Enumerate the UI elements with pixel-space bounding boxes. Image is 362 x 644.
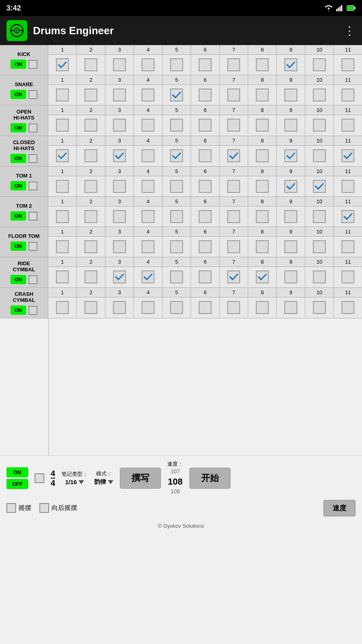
checkbox-kick-4[interactable] bbox=[142, 58, 154, 71]
cell-crash-cymbal-8[interactable] bbox=[248, 297, 277, 318]
cell-tom2-7[interactable] bbox=[220, 206, 248, 227]
cell-ride-cymbal-10[interactable] bbox=[305, 267, 334, 287]
cell-kick-4[interactable] bbox=[134, 55, 162, 75]
cell-floor-tom-8[interactable] bbox=[248, 237, 277, 257]
checkbox-closed-hi-hats-10[interactable] bbox=[313, 149, 326, 162]
checkbox-tom1-11[interactable] bbox=[341, 180, 354, 193]
checkbox-open-hi-hats-7[interactable] bbox=[227, 119, 240, 132]
cell-tom1-5[interactable] bbox=[162, 176, 191, 196]
checkbox-open-hi-hats-4[interactable] bbox=[142, 119, 154, 132]
checkbox-ride-cymbal-5[interactable] bbox=[170, 270, 183, 283]
start-button[interactable]: 开始 bbox=[189, 468, 230, 489]
cell-snare-5[interactable] bbox=[162, 85, 191, 105]
row-toggle-kick[interactable] bbox=[29, 60, 37, 69]
cell-ride-cymbal-4[interactable] bbox=[134, 267, 162, 287]
cell-crash-cymbal-11[interactable] bbox=[334, 297, 362, 318]
cell-kick-7[interactable] bbox=[220, 55, 248, 75]
cell-tom1-3[interactable] bbox=[105, 176, 134, 196]
mode-value-row[interactable]: 韵律 bbox=[94, 478, 113, 486]
checkbox-open-hi-hats-2[interactable] bbox=[84, 119, 97, 132]
checkbox-ride-cymbal-1[interactable] bbox=[56, 270, 69, 283]
cell-tom1-6[interactable] bbox=[191, 176, 220, 196]
cell-closed-hi-hats-6[interactable] bbox=[191, 146, 220, 166]
checkbox-tom1-9[interactable] bbox=[284, 180, 297, 193]
cell-floor-tom-7[interactable] bbox=[220, 237, 248, 257]
cell-kick-11[interactable] bbox=[334, 55, 362, 75]
row-toggle-closed-hi-hats[interactable] bbox=[29, 154, 37, 163]
row-toggle-open-hi-hats[interactable] bbox=[29, 124, 37, 132]
checkbox-snare-9[interactable] bbox=[284, 89, 297, 101]
checkbox-crash-cymbal-5[interactable] bbox=[170, 301, 183, 314]
row-toggle-ride-cymbal[interactable] bbox=[29, 275, 37, 284]
checkbox-kick-2[interactable] bbox=[84, 58, 97, 71]
checkbox-kick-5[interactable] bbox=[170, 58, 183, 71]
checkbox-crash-cymbal-8[interactable] bbox=[256, 301, 269, 314]
cell-closed-hi-hats-1[interactable] bbox=[48, 146, 77, 166]
checkbox-tom2-1[interactable] bbox=[56, 210, 69, 223]
cell-snare-6[interactable] bbox=[191, 85, 220, 105]
checkbox-snare-10[interactable] bbox=[313, 89, 326, 101]
mode-dropdown-icon[interactable] bbox=[108, 480, 113, 484]
cell-snare-11[interactable] bbox=[334, 85, 362, 105]
cell-snare-10[interactable] bbox=[305, 85, 334, 105]
checkbox-crash-cymbal-3[interactable] bbox=[113, 301, 126, 314]
checkbox-closed-hi-hats-5[interactable] bbox=[170, 149, 183, 162]
cell-tom2-4[interactable] bbox=[134, 206, 162, 227]
checkbox-tom1-8[interactable] bbox=[256, 180, 269, 193]
swing-checkbox[interactable] bbox=[6, 503, 16, 513]
cell-crash-cymbal-5[interactable] bbox=[162, 297, 191, 318]
on-button-tom1[interactable]: ON bbox=[10, 181, 27, 190]
bottom-checkbox[interactable] bbox=[35, 473, 44, 483]
cell-floor-tom-11[interactable] bbox=[334, 237, 362, 257]
bottom-on-button[interactable]: ON bbox=[6, 467, 28, 477]
checkbox-tom2-8[interactable] bbox=[256, 210, 269, 223]
checkbox-kick-1[interactable] bbox=[56, 58, 69, 71]
cell-ride-cymbal-3[interactable] bbox=[105, 267, 134, 287]
checkbox-snare-6[interactable] bbox=[199, 89, 212, 101]
checkbox-open-hi-hats-8[interactable] bbox=[256, 119, 269, 132]
checkbox-tom2-10[interactable] bbox=[313, 210, 326, 223]
row-toggle-floor-tom[interactable] bbox=[29, 242, 37, 251]
cell-tom2-2[interactable] bbox=[77, 206, 105, 227]
cell-snare-2[interactable] bbox=[77, 85, 105, 105]
cell-tom1-9[interactable] bbox=[277, 176, 305, 196]
checkbox-floor-tom-7[interactable] bbox=[227, 240, 240, 253]
checkbox-crash-cymbal-2[interactable] bbox=[84, 301, 97, 314]
on-button-crash-cymbal[interactable]: ON bbox=[10, 305, 27, 315]
checkbox-tom1-10[interactable] bbox=[313, 180, 326, 193]
cell-tom1-10[interactable] bbox=[305, 176, 334, 196]
checkbox-kick-11[interactable] bbox=[341, 58, 354, 71]
cell-kick-5[interactable] bbox=[162, 55, 191, 75]
note-type-select[interactable]: 1/16 bbox=[65, 479, 84, 485]
cell-kick-2[interactable] bbox=[77, 55, 105, 75]
cell-closed-hi-hats-11[interactable] bbox=[334, 146, 362, 166]
cell-kick-8[interactable] bbox=[248, 55, 277, 75]
cell-open-hi-hats-5[interactable] bbox=[162, 115, 191, 135]
cell-crash-cymbal-9[interactable] bbox=[277, 297, 305, 318]
cell-kick-1[interactable] bbox=[48, 55, 77, 75]
checkbox-ride-cymbal-4[interactable] bbox=[142, 270, 154, 283]
cell-floor-tom-3[interactable] bbox=[105, 237, 134, 257]
back-swing-checkbox[interactable] bbox=[39, 503, 49, 513]
checkbox-floor-tom-9[interactable] bbox=[284, 240, 297, 253]
cell-open-hi-hats-8[interactable] bbox=[248, 115, 277, 135]
cell-ride-cymbal-11[interactable] bbox=[334, 267, 362, 287]
checkbox-kick-8[interactable] bbox=[256, 58, 269, 71]
checkbox-snare-8[interactable] bbox=[256, 89, 269, 101]
speed-button[interactable]: 速度 bbox=[323, 500, 356, 516]
checkbox-tom2-6[interactable] bbox=[199, 210, 212, 223]
cell-open-hi-hats-4[interactable] bbox=[134, 115, 162, 135]
cell-floor-tom-4[interactable] bbox=[134, 237, 162, 257]
checkbox-crash-cymbal-11[interactable] bbox=[341, 301, 354, 314]
checkbox-floor-tom-11[interactable] bbox=[341, 240, 354, 253]
checkbox-ride-cymbal-6[interactable] bbox=[199, 270, 212, 283]
checkbox-closed-hi-hats-3[interactable] bbox=[113, 149, 126, 162]
cell-crash-cymbal-4[interactable] bbox=[134, 297, 162, 318]
row-toggle-tom1[interactable] bbox=[29, 182, 37, 190]
cell-closed-hi-hats-8[interactable] bbox=[248, 146, 277, 166]
cell-snare-3[interactable] bbox=[105, 85, 134, 105]
checkbox-crash-cymbal-4[interactable] bbox=[142, 301, 154, 314]
checkbox-kick-6[interactable] bbox=[199, 58, 212, 71]
checkbox-ride-cymbal-10[interactable] bbox=[313, 270, 326, 283]
checkbox-snare-1[interactable] bbox=[56, 89, 69, 101]
